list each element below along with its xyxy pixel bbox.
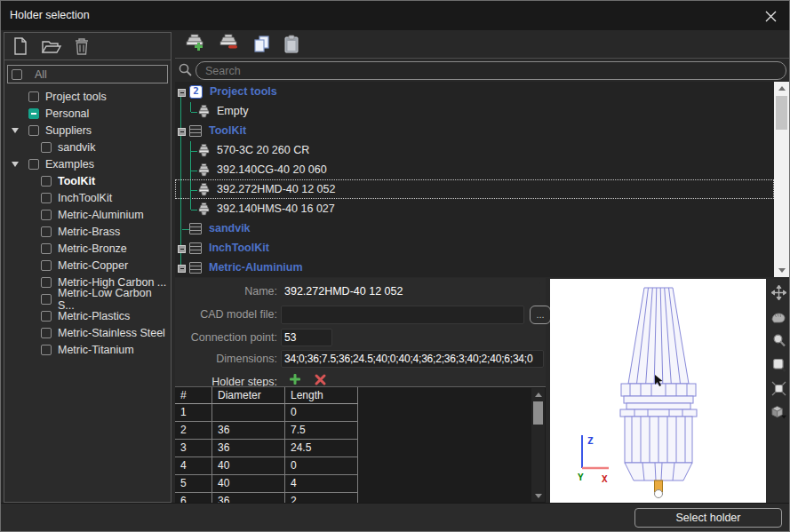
checkbox[interactable] <box>28 125 39 136</box>
zoom-fit-icon[interactable] <box>770 380 787 397</box>
filter-item-metric-stainless-steel[interactable]: Metric-Stainless Steel <box>4 324 171 341</box>
browse-button[interactable]: ... <box>530 306 551 324</box>
filter-item-metric-plastics[interactable]: Metric-Plastics <box>4 307 171 324</box>
pan-icon[interactable] <box>770 284 787 301</box>
filter-item-metric-bronze[interactable]: Metric-Bronze <box>4 240 171 257</box>
checkbox[interactable] <box>28 108 39 119</box>
preview-3d[interactable]: Z Y X <box>550 279 766 503</box>
checkbox[interactable] <box>41 345 52 355</box>
step-cell[interactable]: 0 <box>285 457 358 475</box>
step-cell[interactable]: 40 <box>212 457 285 475</box>
isometric-view-icon[interactable] <box>770 404 787 421</box>
checkbox[interactable] <box>41 243 52 254</box>
titlebar[interactable]: Holder selection <box>1 1 789 30</box>
filter-item-project-tools[interactable]: Project tools <box>4 88 171 105</box>
rotate-view-icon[interactable] <box>770 308 787 325</box>
checkbox[interactable] <box>41 193 52 203</box>
step-cell[interactable]: 5 <box>175 475 212 493</box>
tree-item-toolkit[interactable]: ToolKit <box>175 121 774 140</box>
zoom-icon[interactable] <box>770 332 787 349</box>
step-cell[interactable]: 4 <box>175 457 212 475</box>
step-cell[interactable]: 36 <box>212 493 285 503</box>
filter-item-toolkit[interactable]: ToolKit <box>4 172 171 189</box>
checkbox[interactable] <box>28 91 39 102</box>
checkbox[interactable] <box>41 260 52 271</box>
open-folder-icon[interactable] <box>41 38 62 55</box>
checkbox[interactable] <box>41 328 52 338</box>
copy-icon[interactable] <box>251 34 271 55</box>
add-holder-icon[interactable] <box>184 33 207 56</box>
all-checkbox[interactable] <box>12 69 22 80</box>
tree-item-392-140hms-40-16-027[interactable]: 392.140HMS-40 16 027 <box>175 199 774 218</box>
filter-item-metric-brass[interactable]: Metric-Brass <box>4 223 171 240</box>
step-cell[interactable]: 36 <box>212 440 285 457</box>
expand-arrow-icon[interactable] <box>12 162 19 167</box>
filter-item-examples[interactable]: Examples <box>4 155 171 172</box>
tree-item-empty[interactable]: Empty <box>175 101 774 121</box>
tree-item-project-tools[interactable]: 2Project tools <box>175 82 774 101</box>
connection-point-input[interactable] <box>281 329 332 346</box>
step-cell[interactable]: 7.5 <box>285 422 358 440</box>
zoom-window-icon[interactable] <box>770 356 787 373</box>
filter-item-personal[interactable]: Personal <box>4 105 171 122</box>
step-cell[interactable]: 0 <box>285 404 358 422</box>
tree-scrollbar[interactable] <box>774 82 789 277</box>
cad-model-input[interactable] <box>281 306 524 324</box>
checkbox[interactable] <box>41 176 52 187</box>
tree-item-392-272hmd-40-12-052[interactable]: 392.272HMD-40 12 052 <box>175 179 774 199</box>
step-cell[interactable]: 6 <box>175 493 212 503</box>
scroll-thumb[interactable] <box>776 96 787 130</box>
checkbox[interactable] <box>41 277 52 288</box>
filter-item-suppliers[interactable]: Suppliers <box>4 122 171 139</box>
step-row[interactable]: 4400 <box>175 457 546 475</box>
filter-item-metric-copper[interactable]: Metric-Copper <box>4 257 171 274</box>
filter-all[interactable]: All <box>7 65 168 83</box>
table-scrollbar[interactable] <box>531 388 545 502</box>
checkbox[interactable] <box>41 226 52 237</box>
dimensions-input[interactable] <box>281 350 544 368</box>
step-cell[interactable]: 3 <box>175 440 212 457</box>
collapse-box-icon[interactable] <box>178 89 186 97</box>
step-cell[interactable]: 40 <box>212 475 285 493</box>
table-scroll-thumb[interactable] <box>533 401 543 425</box>
checkbox[interactable] <box>41 142 52 153</box>
new-file-icon[interactable] <box>12 36 29 56</box>
remove-holder-icon[interactable] <box>218 33 241 56</box>
step-cell[interactable]: 36 <box>212 422 285 440</box>
checkbox[interactable] <box>41 294 52 305</box>
close-icon[interactable] <box>761 6 780 26</box>
filter-item-metric-aluminium[interactable]: Metric-Aluminium <box>4 206 171 223</box>
tree-item-392-140cg-40-20-060[interactable]: 392.140CG-40 20 060 <box>175 160 774 179</box>
filter-item-metric-titanium[interactable]: Metric-Titanium <box>4 341 171 358</box>
select-holder-button[interactable]: Select holder <box>634 508 782 528</box>
step-row[interactable]: 2367.5 <box>175 422 546 440</box>
checkbox[interactable] <box>41 311 52 322</box>
checkbox[interactable] <box>28 159 39 170</box>
step-cell[interactable]: 24.5 <box>285 440 358 457</box>
scroll-up-icon[interactable] <box>774 82 789 95</box>
tree-item-metric-aluminium[interactable]: Metric-Aluminium <box>175 258 774 277</box>
step-row[interactable]: 5404 <box>175 475 546 493</box>
step-cell[interactable]: 4 <box>285 475 358 493</box>
name-input[interactable] <box>281 282 540 299</box>
step-cell[interactable]: 1 <box>175 404 212 422</box>
paste-icon[interactable] <box>282 34 301 55</box>
step-row[interactable]: 10 <box>175 404 546 422</box>
step-cell[interactable]: 2 <box>175 422 212 440</box>
filter-item-inchtoolkit[interactable]: InchToolKit <box>4 189 171 206</box>
tree-item-inchtoolkit[interactable]: InchToolKit <box>175 238 774 258</box>
collapse-box-icon[interactable] <box>178 265 186 273</box>
table-scroll-down-icon[interactable] <box>531 489 545 502</box>
filter-item-sandvik[interactable]: sandvik <box>4 139 171 155</box>
checkbox[interactable] <box>41 210 52 220</box>
collapse-box-icon[interactable] <box>178 128 186 136</box>
table-scroll-up-icon[interactable] <box>531 388 545 401</box>
step-cell[interactable] <box>212 404 285 422</box>
step-row[interactable]: 33624.5 <box>175 440 546 457</box>
filter-item-metric-low-carbon-s[interactable]: Metric-Low Carbon S... <box>4 290 171 307</box>
tree-item-570-3c-20-260-cr[interactable]: 570-3C 20 260 CR <box>175 140 774 160</box>
search-input[interactable] <box>196 61 786 80</box>
scroll-down-icon[interactable] <box>774 264 789 277</box>
step-row[interactable]: 6362 <box>175 493 546 503</box>
collapse-box-icon[interactable] <box>178 245 186 253</box>
